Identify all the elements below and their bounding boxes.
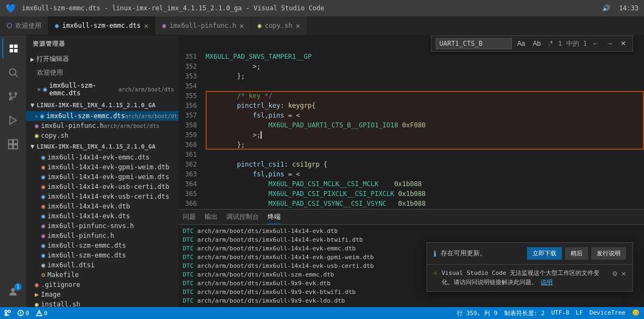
activity-explorer[interactable] bbox=[2, 38, 24, 59]
tab-pinfunc-icon: ◉ bbox=[162, 22, 166, 29]
svg-point-20 bbox=[20, 314, 21, 315]
close-icon[interactable]: ✕ bbox=[37, 85, 41, 93]
tab-pinfunc[interactable]: ◉ imx6ull-pinfunc.h ✕ bbox=[156, 16, 251, 35]
svg-rect-10 bbox=[9, 140, 13, 144]
tab-size[interactable]: 制表符长度: 2 bbox=[504, 309, 545, 317]
tree-item-10[interactable]: ◉ imx6ull-szm-emmc.dts bbox=[26, 241, 178, 250]
encoding[interactable]: UTF-8 bbox=[551, 309, 569, 317]
tab-bar: ⬡ 欢迎使用 ◉ imx6ull-szm-emmc.dts ✕ ◉ imx6ul… bbox=[0, 16, 644, 35]
tree-item-6[interactable]: ◉ imx6ull-14x14-evk.dtb bbox=[26, 201, 178, 211]
tree-item-1[interactable]: ◉ imx6ull-14x14-evk-emmc.dts bbox=[26, 152, 178, 162]
tree-item-pinfunc-h[interactable]: ◉ imx6ul-pinfunc.h arch/arm/boot/dts bbox=[26, 121, 178, 131]
tab-copy-close[interactable]: ✕ bbox=[295, 21, 300, 30]
release-notes-button[interactable]: 发行说明 bbox=[591, 247, 626, 260]
tree-item-image[interactable]: ▶ Image bbox=[26, 290, 178, 299]
clock: 14:33 bbox=[619, 4, 639, 12]
later-button[interactable]: 稍后 bbox=[565, 247, 588, 260]
tree-item-9[interactable]: ◉ imx6ull-pinfunc.h bbox=[26, 231, 178, 241]
cursor-position[interactable]: 行 359, 列 9 bbox=[457, 309, 498, 317]
use-regex-button[interactable]: .* bbox=[546, 39, 555, 48]
match-word-button[interactable]: Ab bbox=[530, 39, 543, 48]
code-line-362: 362 pinctrl_csi1: csi1grp { bbox=[178, 160, 644, 169]
feedback-icon[interactable]: 😊 bbox=[632, 309, 640, 317]
svg-line-5 bbox=[15, 74, 17, 77]
svg-rect-1 bbox=[14, 45, 17, 48]
find-widget: Aa Ab .* 1 中的 1 ← → ✕ bbox=[431, 35, 633, 52]
code-line-351: 351 MX6ULL_PAD_SNVS_TAMPER1__GP bbox=[178, 52, 644, 62]
svg-rect-0 bbox=[10, 45, 13, 48]
tree-item-emmc-dts[interactable]: ✕ ◉ imx6ull-szm-emmc.dts arch/arm/boot/d… bbox=[26, 111, 178, 121]
root-folder[interactable]: ▼ LINUX-IMX-REL_IMX_4.1.15_2.1.0_GA bbox=[26, 99, 178, 111]
folder-image-icon: ▶ bbox=[35, 291, 39, 298]
activity-git[interactable] bbox=[2, 85, 24, 107]
tree-item-5[interactable]: ◉ imx6ull-14x14-evk-usb-certi.dts bbox=[26, 192, 178, 201]
activity-extensions[interactable] bbox=[2, 133, 24, 155]
dts6-icon: ◉ bbox=[41, 251, 45, 259]
find-close-button[interactable]: ✕ bbox=[618, 39, 628, 48]
panel-tab-debug[interactable]: 调试控制台 bbox=[226, 210, 259, 224]
open-editors-header[interactable]: ▶ 打开编辑器 bbox=[26, 52, 178, 66]
activity-search[interactable] bbox=[2, 62, 24, 83]
svg-rect-11 bbox=[14, 140, 18, 144]
notification-settings-icon[interactable]: ⚙ bbox=[612, 269, 617, 278]
tree-item-8[interactable]: ◉ imx6ull-pinfunc-snvs.h bbox=[26, 221, 178, 231]
tree-item-makefile1[interactable]: ⚙ Makefile bbox=[26, 270, 178, 280]
notification-actions: 立即下载 稍后 发行说明 bbox=[527, 247, 626, 260]
panel-tab-output[interactable]: 输出 bbox=[205, 210, 218, 224]
tab-welcome[interactable]: ⬡ 欢迎使用 bbox=[0, 16, 48, 35]
gitignore-icon: ◉ bbox=[35, 281, 39, 289]
panel-tab-terminal[interactable]: 终端 bbox=[268, 210, 281, 224]
warning-count[interactable]: 0 bbox=[36, 310, 48, 317]
info-icon: ℹ bbox=[434, 249, 436, 258]
tree-item-7[interactable]: ◉ imx6ull-14x14-evk.dts bbox=[26, 211, 178, 221]
code-editor[interactable]: 351 MX6ULL_PAD_SNVS_TAMPER1__GP 352 >; 3… bbox=[178, 35, 644, 209]
notification-body-close[interactable]: ✕ bbox=[622, 269, 626, 278]
svg-rect-3 bbox=[14, 49, 17, 52]
svg-point-7 bbox=[15, 93, 16, 94]
tab-pinfunc-close[interactable]: ✕ bbox=[239, 21, 244, 30]
notification-body-text: Visual Studio Code 无法监视这个大型工作区的文件变化。请访问问… bbox=[442, 269, 609, 287]
makefile1-icon: ⚙ bbox=[41, 271, 45, 279]
download-now-button[interactable]: 立即下载 bbox=[527, 247, 562, 260]
dts5-icon: ◉ bbox=[41, 242, 45, 249]
panel-tabs: 问题 输出 调试控制台 终端 bbox=[178, 210, 644, 225]
tree-item-install[interactable]: ◉ install.sh bbox=[26, 299, 178, 307]
git-branch[interactable] bbox=[4, 310, 11, 316]
error-count[interactable]: 0 bbox=[17, 310, 29, 317]
tree-item-2[interactable]: ◉ imx6ull-14x14-evk-gpmi-weim.dtb bbox=[26, 162, 178, 172]
tree-item-dtsi[interactable]: ◉ imx6ull.dtsi bbox=[26, 260, 178, 270]
find-prev-button[interactable]: ← bbox=[590, 39, 601, 48]
panel-tab-problems[interactable]: 问题 bbox=[183, 210, 196, 224]
activity-user[interactable]: 1 bbox=[2, 281, 24, 303]
tree-item-4[interactable]: ◉ imx6ull-14x14-evk-usb-certi.dtb bbox=[26, 182, 178, 192]
eol[interactable]: LF bbox=[576, 309, 583, 317]
find-count: 1 中的 1 bbox=[558, 39, 587, 48]
notification-link[interactable]: 说明 bbox=[541, 279, 553, 286]
dts3-icon: ◉ bbox=[41, 193, 45, 200]
open-editors-dts[interactable]: ✕ ◉ imx6ull-szm-emmc.dts arch/arm/boot/d… bbox=[26, 79, 178, 99]
tree-item-11[interactable]: ◉ imx6ull-szm-emmc.dts bbox=[26, 250, 178, 260]
dtsi-icon: ◉ bbox=[41, 261, 45, 269]
code-line-359: 359 >; bbox=[178, 130, 644, 140]
tab-emmc-close[interactable]: ✕ bbox=[144, 21, 148, 30]
code-line-354: 354 bbox=[178, 81, 644, 91]
tree-item-gitignore[interactable]: ◉ .gitignore bbox=[26, 280, 178, 290]
find-input[interactable] bbox=[436, 38, 512, 49]
language-mode[interactable]: DeviceTree bbox=[590, 309, 626, 317]
dtb-icon: ◉ bbox=[41, 163, 45, 171]
warning-icon: ⚠ bbox=[434, 269, 437, 276]
h-icon: ◉ bbox=[41, 222, 45, 230]
tree-item-3[interactable]: ◉ imx6ull-14x14-evk-gpmi-weim.dts bbox=[26, 172, 178, 182]
tab-emmc-dts[interactable]: ◉ imx6ull-szm-emmc.dts ✕ bbox=[48, 16, 156, 35]
activity-debug[interactable] bbox=[2, 109, 24, 131]
match-case-button[interactable]: Aa bbox=[515, 39, 528, 48]
tab-copy-sh[interactable]: ◉ copy.sh ✕ bbox=[251, 16, 307, 35]
notification-update-text: 存在可用更新。 bbox=[441, 249, 523, 258]
open-editors-welcome[interactable]: 欢迎使用 bbox=[26, 66, 178, 79]
root-section[interactable]: ▼ LINUX-IMX-REL_IMX_4.1.15_2.1.0_GA bbox=[26, 140, 178, 152]
code-line-358: 358 MX6UL_PAD_UART1_CTS_B__GPIO1_IO18 0x… bbox=[178, 120, 644, 130]
tree-item-copy-sh[interactable]: ◉ copy.sh bbox=[26, 131, 178, 140]
sidebar-header: 资源管理器 bbox=[26, 35, 178, 52]
terminal-line-9: DTC arch/arm/boot/dts/imx6ull-9x9-evk-ld… bbox=[183, 297, 640, 305]
find-next-button[interactable]: → bbox=[604, 39, 615, 48]
